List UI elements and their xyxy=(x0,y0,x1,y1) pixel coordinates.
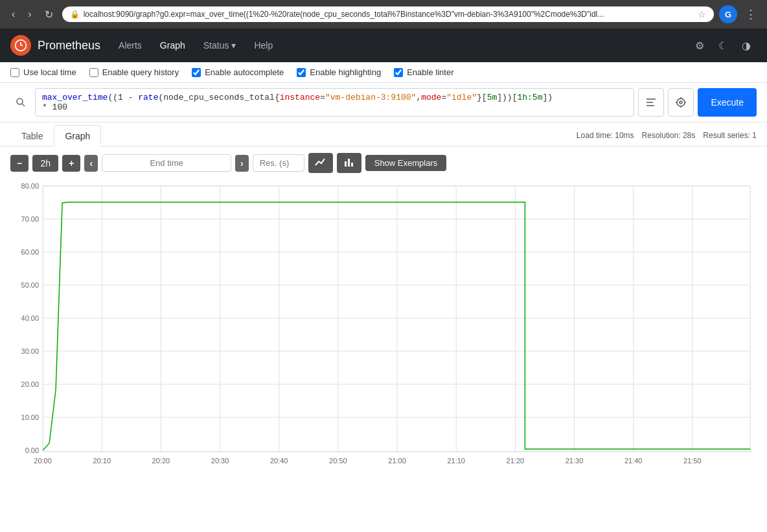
load-time: Load time: 10ms xyxy=(577,131,634,140)
forward-button[interactable]: › xyxy=(24,7,35,21)
account-avatar[interactable]: G xyxy=(719,5,737,23)
svg-text:30.00: 30.00 xyxy=(21,347,40,355)
bookmark-icon[interactable]: ☆ xyxy=(698,9,706,19)
chart-container: 80.00 70.00 60.00 50.00 40.00 30.00 20.0… xyxy=(0,179,767,488)
dark-mode-icon[interactable]: ☾ xyxy=(713,35,733,56)
enable-query-history-option[interactable]: Enable query history xyxy=(89,67,179,77)
show-exemplars-button[interactable]: Show Exemplars xyxy=(365,155,447,171)
svg-text:20:20: 20:20 xyxy=(152,457,170,465)
tab-table[interactable]: Table xyxy=(10,125,54,146)
browser-menu-icon[interactable]: ⋮ xyxy=(742,6,759,23)
svg-text:21:10: 21:10 xyxy=(447,457,465,465)
svg-text:80.00: 80.00 xyxy=(21,182,40,190)
svg-text:20:50: 20:50 xyxy=(329,457,347,465)
metrics-explorer-button[interactable] xyxy=(668,88,694,117)
settings-icon[interactable]: ⚙ xyxy=(689,35,710,56)
result-series: Result series: 1 xyxy=(703,131,757,140)
resolution-input[interactable] xyxy=(253,154,304,172)
lock-icon: 🔒 xyxy=(70,10,80,19)
svg-text:10.00: 10.00 xyxy=(21,413,40,421)
svg-text:21:50: 21:50 xyxy=(683,457,702,465)
decrease-range-button[interactable]: − xyxy=(10,155,29,172)
svg-text:0.00: 0.00 xyxy=(25,446,39,454)
enable-linter-option[interactable]: Enable linter xyxy=(394,67,453,77)
prometheus-logo xyxy=(10,35,31,56)
query-input[interactable]: max_over_time((1 - rate(node_cpu_seconds… xyxy=(35,88,634,117)
svg-text:21:00: 21:00 xyxy=(388,457,406,465)
range-display: 2h xyxy=(32,155,58,172)
increase-range-button[interactable]: + xyxy=(62,155,80,172)
graph-controls: − 2h + ‹ › Show Exemplars xyxy=(0,146,767,179)
svg-text:60.00: 60.00 xyxy=(21,248,40,256)
reload-button[interactable]: ↻ xyxy=(41,7,57,22)
options-bar: Use local time Enable query history Enab… xyxy=(0,62,767,83)
svg-text:40.00: 40.00 xyxy=(21,314,40,322)
query-bar: max_over_time((1 - rate(node_cpu_seconds… xyxy=(0,83,767,122)
svg-text:20:00: 20:00 xyxy=(34,457,52,465)
svg-point-7 xyxy=(680,101,682,104)
tab-bar: Table Graph Load time: 10ms Resolution: … xyxy=(0,122,767,146)
svg-point-1 xyxy=(17,98,23,104)
svg-rect-12 xyxy=(345,161,347,167)
svg-rect-14 xyxy=(351,163,353,167)
svg-rect-15 xyxy=(43,186,750,452)
execute-button[interactable]: Execute xyxy=(698,88,757,117)
enable-linter-checkbox[interactable] xyxy=(394,68,403,77)
nav-help[interactable]: Help xyxy=(246,36,280,54)
line-chart-button[interactable] xyxy=(308,153,333,173)
navbar-icons: ⚙ ☾ ◑ xyxy=(689,35,757,56)
browser-chrome: ‹ › ↻ 🔒 localhost:9090/graph?g0.expr=max… xyxy=(0,0,767,29)
svg-text:21:20: 21:20 xyxy=(507,457,525,465)
svg-text:20:30: 20:30 xyxy=(211,457,229,465)
load-info: Load time: 10ms Resolution: 28s Result s… xyxy=(577,131,757,140)
enable-highlighting-option[interactable]: Enable highlighting xyxy=(297,67,381,77)
bar-chart-button[interactable] xyxy=(337,153,361,173)
format-query-button[interactable] xyxy=(638,88,664,117)
svg-rect-13 xyxy=(348,159,350,167)
brand-name: Prometheus xyxy=(38,39,100,52)
use-local-time-option[interactable]: Use local time xyxy=(10,67,76,77)
contrast-icon[interactable]: ◑ xyxy=(736,35,757,56)
svg-point-6 xyxy=(677,98,685,106)
search-icon xyxy=(10,88,31,117)
address-bar[interactable]: 🔒 localhost:9090/graph?g0.expr=max_over_… xyxy=(62,6,714,22)
nav-alerts[interactable]: Alerts xyxy=(111,36,150,54)
navbar-nav: Alerts Graph Status ▾ Help xyxy=(111,36,679,54)
tab-list: Table Graph xyxy=(10,125,101,146)
svg-text:50.00: 50.00 xyxy=(21,281,40,289)
svg-text:70.00: 70.00 xyxy=(21,215,40,223)
svg-text:20:40: 20:40 xyxy=(270,457,288,465)
enable-autocomplete-option[interactable]: Enable autocomplete xyxy=(192,67,284,77)
enable-query-history-checkbox[interactable] xyxy=(89,68,98,77)
prev-time-button[interactable]: ‹ xyxy=(84,155,98,172)
back-button[interactable]: ‹ xyxy=(8,7,19,21)
svg-text:21:30: 21:30 xyxy=(566,457,584,465)
navbar: Prometheus Alerts Graph Status ▾ Help ⚙ … xyxy=(0,29,767,62)
enable-highlighting-checkbox[interactable] xyxy=(297,68,306,77)
time-series-chart: 80.00 70.00 60.00 50.00 40.00 30.00 20.0… xyxy=(10,179,757,478)
nav-graph[interactable]: Graph xyxy=(152,36,193,54)
enable-autocomplete-checkbox[interactable] xyxy=(192,68,201,77)
resolution: Resolution: 28s xyxy=(642,131,696,140)
next-time-button[interactable]: › xyxy=(235,155,249,172)
url-text: localhost:9090/graph?g0.expr=max_over_ti… xyxy=(84,10,694,19)
tab-graph[interactable]: Graph xyxy=(54,125,101,146)
use-local-time-checkbox[interactable] xyxy=(10,68,19,77)
nav-status[interactable]: Status ▾ xyxy=(196,36,244,54)
svg-text:21:40: 21:40 xyxy=(624,457,643,465)
svg-text:20:10: 20:10 xyxy=(93,457,111,465)
svg-text:20.00: 20.00 xyxy=(21,380,40,388)
svg-line-2 xyxy=(22,104,25,106)
brand-logo-link[interactable]: Prometheus xyxy=(10,35,100,56)
end-time-input[interactable] xyxy=(102,154,231,172)
